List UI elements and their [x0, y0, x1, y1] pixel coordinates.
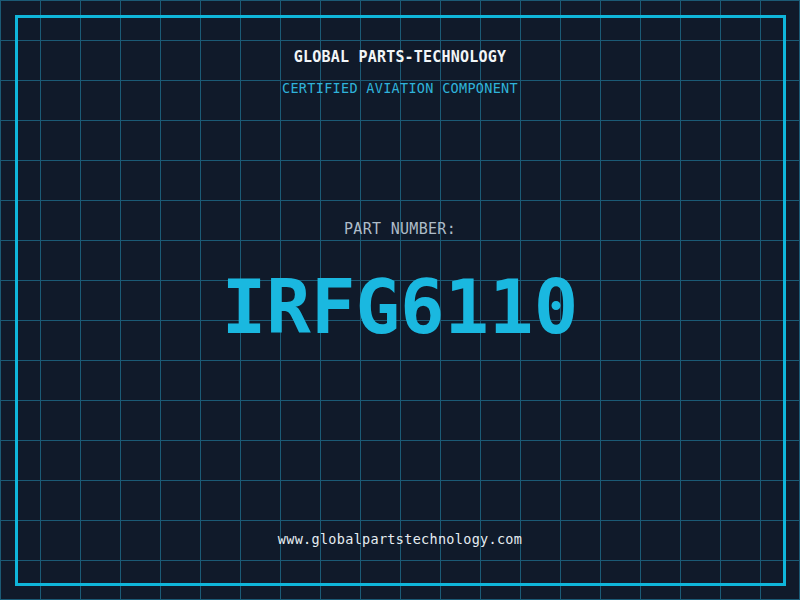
- part-number-value: IRFG6110: [0, 270, 800, 344]
- part-number-label: PART NUMBER:: [0, 222, 800, 237]
- part-label-screen: GLOBAL PARTS-TECHNOLOGY CERTIFIED AVIATI…: [0, 0, 800, 600]
- certification-subtitle: CERTIFIED AVIATION COMPONENT: [0, 82, 800, 96]
- brand-title: GLOBAL PARTS-TECHNOLOGY: [0, 50, 800, 65]
- website-url: www.globalpartstechnology.com: [0, 533, 800, 547]
